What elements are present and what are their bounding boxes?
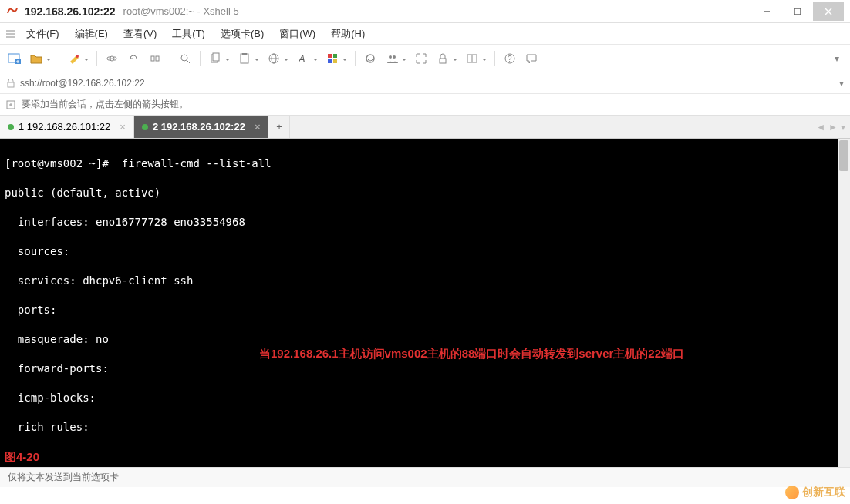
tab-label: 1 192.168.26.101:22 <box>19 121 110 133</box>
titlebar: 192.168.26.102:22 root@vms002:~ - Xshell… <box>0 0 850 23</box>
color-scheme-button[interactable] <box>322 49 342 69</box>
menu-edit[interactable]: 编辑(E) <box>67 24 116 44</box>
svg-rect-38 <box>8 82 14 87</box>
fullscreen-button[interactable] <box>411 49 431 69</box>
svg-rect-33 <box>440 59 446 63</box>
layout-button[interactable] <box>462 49 482 69</box>
terminal-line: ports: <box>5 304 56 316</box>
svg-rect-28 <box>328 59 332 63</box>
watermark-icon <box>785 486 799 499</box>
svg-point-32 <box>393 55 396 59</box>
hamburger-icon[interactable] <box>3 30 19 38</box>
search-button[interactable] <box>175 49 195 69</box>
menu-file[interactable]: 文件(F) <box>19 24 67 44</box>
scrollbar-thumb[interactable] <box>839 140 848 171</box>
status-dot-icon <box>8 124 14 130</box>
svg-point-16 <box>181 55 187 61</box>
address-url[interactable]: ssh://root@192.168.26.102:22 <box>20 78 835 89</box>
sessions-button[interactable] <box>360 49 380 69</box>
svg-rect-29 <box>333 59 337 63</box>
statusbar: 仅将文本发送到当前选项卡 <box>0 467 850 487</box>
status-text: 仅将文本发送到当前选项卡 <box>8 471 119 484</box>
addressbar: ssh://root@192.168.26.102:22 ▾ <box>0 72 850 94</box>
tab-label: 2 192.168.26.102:22 <box>153 121 245 133</box>
terminal-line: public (default, active) <box>5 186 160 199</box>
window-title-sub: root@vms002:~ - Xshell 5 <box>123 5 239 17</box>
svg-text:A: A <box>298 53 305 65</box>
tab-nav: ◄ ► ▾ <box>811 116 850 138</box>
address-dropdown[interactable]: ▾ <box>839 78 844 89</box>
terminal-line: forward-ports: <box>5 362 109 375</box>
ssh-lock-icon <box>6 79 15 88</box>
svg-rect-12 <box>107 57 111 60</box>
menu-tabs[interactable]: 选项卡(B) <box>213 24 272 44</box>
window-title-main: 192.168.26.102:22 <box>25 5 116 18</box>
add-session-icon[interactable] <box>6 100 17 109</box>
svg-rect-1 <box>794 8 801 15</box>
encoding-button[interactable] <box>264 49 284 69</box>
svg-rect-14 <box>151 56 154 61</box>
figure-label: 图4-20 <box>5 449 39 464</box>
svg-text:?: ? <box>508 55 512 63</box>
session-tab-2[interactable]: 2 192.168.26.102:22 × <box>134 116 269 138</box>
svg-rect-21 <box>242 53 247 55</box>
tab-next-icon[interactable]: ► <box>828 122 838 133</box>
close-tab-icon[interactable]: × <box>255 121 261 133</box>
toolbar-overflow[interactable]: ▾ <box>835 53 845 64</box>
disconnect-button[interactable] <box>145 49 165 69</box>
menu-tools[interactable]: 工具(T) <box>164 24 213 44</box>
terminal-line: services: dhcpv6-client ssh <box>5 274 193 287</box>
tab-prev-icon[interactable]: ◄ <box>816 122 825 133</box>
tabstrip: 1 192.168.26.101:22 × 2 192.168.26.102:2… <box>0 116 850 139</box>
scrollbar[interactable] <box>838 139 850 467</box>
copy-button[interactable] <box>205 49 225 69</box>
hintbar: 要添加当前会话，点击左侧的箭头按钮。 <box>0 94 850 116</box>
menu-window[interactable]: 窗口(W) <box>272 24 323 44</box>
svg-point-11 <box>76 55 79 58</box>
hint-text: 要添加当前会话，点击左侧的箭头按钮。 <box>22 98 188 111</box>
svg-line-17 <box>187 60 190 63</box>
maximize-button[interactable] <box>782 2 813 21</box>
watermark-text: 创新互联 <box>802 486 845 499</box>
app-icon <box>6 5 19 18</box>
svg-rect-15 <box>156 56 159 61</box>
close-button[interactable] <box>813 2 844 21</box>
terminal-line: rich rules: <box>5 421 89 433</box>
status-dot-icon <box>142 124 148 130</box>
close-tab-icon[interactable]: × <box>120 121 126 133</box>
highlight-button[interactable] <box>64 49 84 69</box>
menubar: 文件(F) 编辑(E) 查看(V) 工具(T) 选项卡(B) 窗口(W) 帮助(… <box>0 23 850 45</box>
watermark: 创新互联 <box>785 486 845 499</box>
svg-rect-19 <box>213 53 219 61</box>
session-tab-1[interactable]: 1 192.168.26.101:22 × <box>0 116 134 138</box>
help-button[interactable]: ? <box>500 49 520 69</box>
toolbar: A ? ▾ <box>0 45 850 72</box>
svg-rect-27 <box>333 54 337 58</box>
menu-view[interactable]: 查看(V) <box>116 24 164 44</box>
terminal-line: sources: <box>5 245 69 257</box>
new-session-button[interactable] <box>5 49 25 69</box>
terminal-line: [root@vms002 ~]# firewall-cmd --list-all <box>5 157 272 170</box>
reconnect-button[interactable] <box>123 49 143 69</box>
font-button[interactable]: A <box>293 49 313 69</box>
tab-list-icon[interactable]: ▾ <box>841 122 845 133</box>
menu-help[interactable]: 帮助(H) <box>323 24 373 44</box>
new-tab-button[interactable]: + <box>268 116 290 138</box>
annotation-text: 当192.168.26.1主机访问vms002主机的88端口时会自动转发到ser… <box>259 346 684 361</box>
users-button[interactable] <box>382 49 402 69</box>
lock-button[interactable] <box>433 49 453 69</box>
terminal-line: interfaces: eno16777728 eno33554968 <box>5 216 245 228</box>
svg-rect-26 <box>328 54 332 58</box>
chat-button[interactable] <box>521 49 541 69</box>
terminal[interactable]: [root@vms002 ~]# firewall-cmd --list-all… <box>0 139 850 467</box>
terminal-line: masquerade: no <box>5 333 109 345</box>
terminal-line: icmp-blocks: <box>5 391 96 404</box>
open-button[interactable] <box>26 49 46 69</box>
link-button[interactable] <box>102 49 122 69</box>
paste-button[interactable] <box>234 49 255 69</box>
minimize-button[interactable] <box>751 2 782 21</box>
svg-point-31 <box>389 55 392 59</box>
